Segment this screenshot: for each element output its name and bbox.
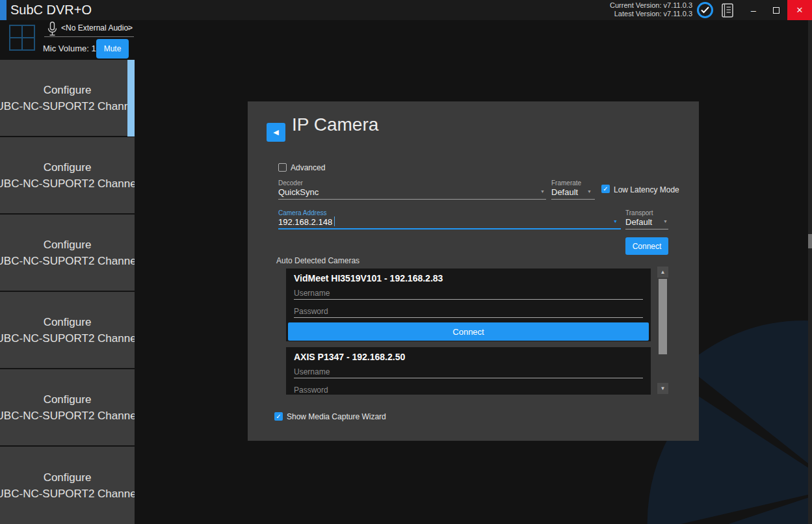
accent-strip	[0, 0, 7, 20]
channel-panel-line2: UBC-NC-SUPORT2 Channel	[0, 486, 135, 502]
close-button[interactable]: ✕	[787, 0, 812, 20]
camera-title: VidMeet HI3519V101 - 192.168.2.83	[294, 273, 443, 283]
chevron-down-icon: ▼	[127, 27, 131, 31]
channel-panel-line2: UBC-NC-SUPORT2 Channel	[0, 176, 135, 192]
selected-channel-indicator	[127, 60, 135, 137]
camera-title: AXIS P1347 - 192.168.2.50	[294, 352, 405, 362]
channel-panel-line2: UBC-NC-SUPORT2 Channel	[0, 330, 135, 347]
maximize-button[interactable]	[766, 0, 787, 20]
minimize-button[interactable]: –	[743, 0, 764, 20]
transport-underline	[625, 229, 668, 229]
camera-card-vidmeet: VidMeet HI3519V101 - 192.168.2.83 Connec…	[286, 269, 651, 341]
latest-version-text: Latest Version: v7.11.0.3	[549, 10, 692, 18]
camera-address-input[interactable]: 192.168.2.148	[278, 217, 332, 227]
transport-label: Transport	[625, 209, 653, 216]
low-latency-checkbox[interactable]: ✓	[601, 185, 610, 193]
arrow-down-icon: ▼	[661, 386, 666, 391]
ip-camera-dialog: ◀ IP Camera Advanced Decoder QuickSync ▼…	[248, 101, 699, 441]
channel-panel-line1: Configure	[44, 469, 92, 486]
maximize-icon	[773, 7, 779, 14]
channel-panel-line1: Configure	[44, 391, 92, 408]
channel-panel-line2: UBC-NC-SUPORT2 Channel	[0, 98, 135, 114]
external-audio-select[interactable]: <No External Audio>	[61, 23, 133, 33]
advanced-checkbox[interactable]	[278, 163, 287, 172]
channel-panel-line2: UBC-NC-SUPORT2 Channel	[0, 408, 135, 424]
arrow-up-icon: ▲	[661, 269, 666, 275]
scrollbar-thumb[interactable]	[659, 279, 667, 354]
framerate-label: Framerate	[551, 179, 581, 187]
channel-panel-line1: Configure	[44, 237, 92, 253]
channel-panel-6[interactable]: Configure UBC-NC-SUPORT2 Channel	[0, 447, 135, 524]
transport-select[interactable]: Default	[625, 217, 652, 227]
camera-card-axis: AXIS P1347 - 192.168.2.50	[286, 347, 651, 395]
window-scrollbar-thumb[interactable]	[808, 234, 812, 248]
channel-panel-line1: Configure	[44, 314, 92, 330]
show-wizard-checkbox[interactable]: ✓	[274, 412, 283, 421]
low-latency-label: Low Latency Mode	[614, 185, 679, 194]
camera-address-underline	[278, 228, 621, 229]
connect-button[interactable]: Connect	[625, 237, 668, 255]
camera-address-label: Camera Address	[278, 209, 326, 216]
book-icon	[721, 3, 734, 18]
framerate-underline	[551, 199, 595, 200]
chevron-down-icon[interactable]: ▼	[540, 189, 545, 194]
channel-panel-line2: UBC-NC-SUPORT2 Channel	[0, 253, 135, 269]
grid-divider-v	[21, 26, 23, 49]
username-field[interactable]	[294, 287, 643, 300]
decoder-select[interactable]: QuickSync	[278, 187, 319, 197]
channel-panel-3[interactable]: Configure UBC-NC-SUPORT2 Channel	[0, 215, 135, 291]
channel-panel-5[interactable]: Configure UBC-NC-SUPORT2 Channel	[0, 369, 135, 445]
current-version-text: Current Version: v7.11.0.3	[549, 1, 692, 10]
update-ok-icon[interactable]	[697, 2, 713, 18]
channel-panel-4[interactable]: Configure UBC-NC-SUPORT2 Channel	[0, 292, 135, 368]
scroll-down-button[interactable]: ▼	[657, 383, 668, 394]
release-notes-icon[interactable]	[721, 3, 734, 20]
camera-list-scrollbar: ▲ ▼	[657, 267, 668, 395]
decoder-label: Decoder	[278, 179, 303, 187]
channel-panel-line1: Configure	[44, 159, 92, 176]
chevron-down-icon[interactable]: ▼	[587, 189, 592, 194]
scroll-up-button[interactable]: ▲	[657, 267, 668, 278]
chevron-down-icon[interactable]: ▼	[613, 219, 618, 224]
camera-connect-button[interactable]: Connect	[288, 322, 649, 341]
app-title: SubC DVR+O	[10, 0, 92, 20]
username-field[interactable]	[294, 365, 643, 378]
channel-panel-1[interactable]: Configure UBC-NC-SUPORT2 Channel	[0, 60, 135, 136]
dialog-title: IP Camera	[292, 114, 378, 135]
back-arrow-icon: ◀	[273, 128, 278, 137]
decoder-underline	[278, 199, 546, 200]
checkmark-icon	[701, 7, 709, 14]
chevron-down-icon[interactable]: ▼	[663, 219, 668, 224]
show-wizard-label: Show Media Capture Wizard	[287, 412, 386, 421]
title-bar: SubC DVR+O Current Version: v7.11.0.3 La…	[0, 0, 812, 20]
mic-volume-label: Mic Volume: 10	[43, 44, 101, 53]
mute-button[interactable]: Mute	[96, 39, 129, 59]
password-field[interactable]	[294, 384, 643, 395]
auto-detected-label: Auto Detected Cameras	[276, 256, 360, 265]
layout-grid-icon[interactable]	[9, 25, 35, 51]
text-cursor	[334, 216, 335, 226]
channel-panel-2[interactable]: Configure UBC-NC-SUPORT2 Channel	[0, 137, 135, 213]
back-button[interactable]: ◀	[267, 123, 285, 142]
window-scrollbar-track[interactable]	[808, 20, 812, 524]
audio-select-underline	[44, 36, 134, 37]
framerate-select[interactable]: Default	[551, 187, 578, 197]
channel-panel-line1: Configure	[44, 82, 92, 98]
camera-list: VidMeet HI3519V101 - 192.168.2.83 Connec…	[282, 267, 655, 395]
advanced-label: Advanced	[291, 163, 325, 172]
app-window: SubC DVR+O Current Version: v7.11.0.3 La…	[0, 0, 812, 524]
password-field[interactable]	[294, 305, 643, 318]
version-info: Current Version: v7.11.0.3 Latest Versio…	[549, 1, 692, 18]
